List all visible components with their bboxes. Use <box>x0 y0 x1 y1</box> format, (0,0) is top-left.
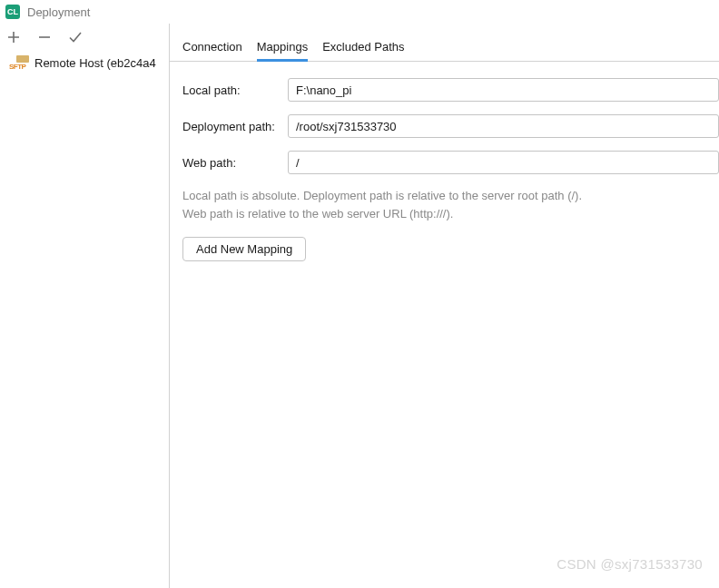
tab-label: Connection <box>182 40 242 54</box>
remove-button[interactable] <box>36 29 53 45</box>
minus-icon <box>38 31 51 44</box>
window-header: CL Deployment <box>0 0 719 24</box>
sidebar: SFTP Remote Host (eb2c4a4 <box>0 24 169 588</box>
tab-label: Excluded Paths <box>322 40 404 54</box>
tab-label: Mappings <box>257 40 308 54</box>
help-text: Local path is absolute. Deployment path … <box>182 187 719 222</box>
add-new-mapping-button[interactable]: Add New Mapping <box>182 237 306 261</box>
sidebar-toolbar <box>0 24 169 53</box>
page-title: Deployment <box>27 5 90 19</box>
web-path-row: Web path: <box>182 151 719 174</box>
tab-excluded-paths[interactable]: Excluded Paths <box>322 40 404 61</box>
tree-item-label: Remote Host (eb2c4a4 <box>34 56 156 70</box>
web-path-label: Web path: <box>182 156 288 170</box>
deployment-path-label: Deployment path: <box>182 120 288 133</box>
app-icon-text: CL <box>7 7 18 16</box>
deployment-path-input[interactable] <box>288 114 719 138</box>
add-button[interactable] <box>5 29 22 45</box>
tree-item-remote-host[interactable]: SFTP Remote Host (eb2c4a4 <box>0 53 169 73</box>
local-path-label: Local path: <box>182 83 288 97</box>
deployment-tree: SFTP Remote Host (eb2c4a4 <box>0 53 169 588</box>
plus-icon <box>7 31 20 44</box>
mappings-form: Local path: Deployment path: Web path: L… <box>170 62 719 261</box>
help-line-2: Web path is relative to the web server U… <box>182 205 719 223</box>
tab-mappings[interactable]: Mappings <box>257 40 308 61</box>
tabs: Connection Mappings Excluded Paths <box>170 24 719 62</box>
web-path-input[interactable] <box>288 151 719 174</box>
main-layout: SFTP Remote Host (eb2c4a4 Connection Map… <box>0 24 719 588</box>
local-path-input[interactable] <box>288 78 719 102</box>
app-icon: CL <box>5 5 20 19</box>
sftp-icon: SFTP <box>9 55 31 70</box>
tab-connection[interactable]: Connection <box>182 40 242 61</box>
local-path-row: Local path: <box>182 78 719 102</box>
apply-button[interactable] <box>67 29 84 45</box>
deployment-path-row: Deployment path: <box>182 114 719 138</box>
check-icon <box>68 30 83 44</box>
help-line-1: Local path is absolute. Deployment path … <box>182 187 719 205</box>
content-panel: Connection Mappings Excluded Paths Local… <box>169 24 719 588</box>
